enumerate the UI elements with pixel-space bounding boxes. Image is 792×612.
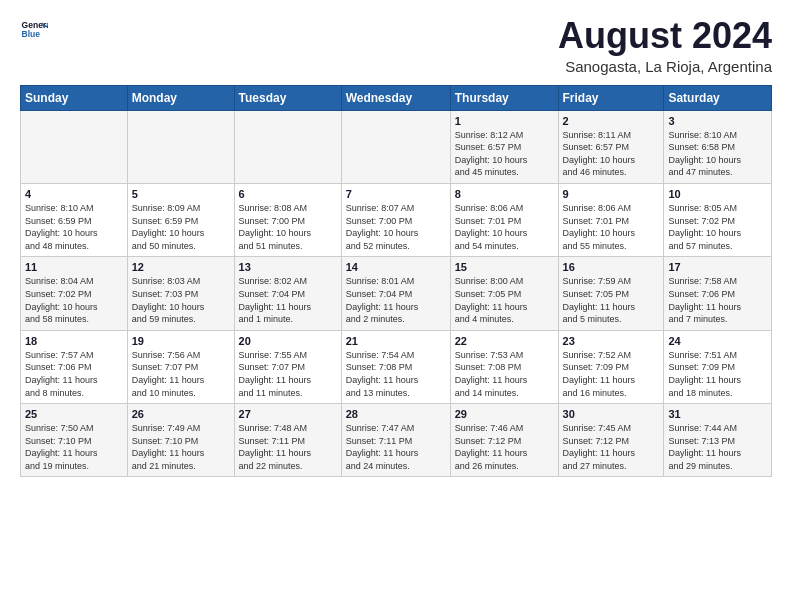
- day-info: Sunrise: 7:48 AM Sunset: 7:11 PM Dayligh…: [239, 422, 337, 472]
- table-row: 24Sunrise: 7:51 AM Sunset: 7:09 PM Dayli…: [664, 330, 772, 403]
- logo: General Blue: [20, 16, 48, 44]
- logo-icon: General Blue: [20, 16, 48, 44]
- day-number: 13: [239, 261, 337, 273]
- day-info: Sunrise: 8:01 AM Sunset: 7:04 PM Dayligh…: [346, 275, 446, 325]
- title-block: August 2024 Sanogasta, La Rioja, Argenti…: [558, 16, 772, 75]
- day-number: 24: [668, 335, 767, 347]
- table-row: 30Sunrise: 7:45 AM Sunset: 7:12 PM Dayli…: [558, 404, 664, 477]
- col-friday: Friday: [558, 85, 664, 110]
- table-row: 27Sunrise: 7:48 AM Sunset: 7:11 PM Dayli…: [234, 404, 341, 477]
- day-info: Sunrise: 8:08 AM Sunset: 7:00 PM Dayligh…: [239, 202, 337, 252]
- day-info: Sunrise: 8:02 AM Sunset: 7:04 PM Dayligh…: [239, 275, 337, 325]
- day-info: Sunrise: 7:56 AM Sunset: 7:07 PM Dayligh…: [132, 349, 230, 399]
- table-row: [21, 110, 128, 183]
- col-sunday: Sunday: [21, 85, 128, 110]
- day-number: 28: [346, 408, 446, 420]
- day-info: Sunrise: 7:46 AM Sunset: 7:12 PM Dayligh…: [455, 422, 554, 472]
- table-row: 15Sunrise: 8:00 AM Sunset: 7:05 PM Dayli…: [450, 257, 558, 330]
- day-info: Sunrise: 8:09 AM Sunset: 6:59 PM Dayligh…: [132, 202, 230, 252]
- day-info: Sunrise: 7:55 AM Sunset: 7:07 PM Dayligh…: [239, 349, 337, 399]
- day-info: Sunrise: 7:50 AM Sunset: 7:10 PM Dayligh…: [25, 422, 123, 472]
- table-row: 29Sunrise: 7:46 AM Sunset: 7:12 PM Dayli…: [450, 404, 558, 477]
- day-info: Sunrise: 7:59 AM Sunset: 7:05 PM Dayligh…: [563, 275, 660, 325]
- main-title: August 2024: [558, 16, 772, 56]
- calendar-week-1: 1Sunrise: 8:12 AM Sunset: 6:57 PM Daylig…: [21, 110, 772, 183]
- table-row: 2Sunrise: 8:11 AM Sunset: 6:57 PM Daylig…: [558, 110, 664, 183]
- day-info: Sunrise: 8:11 AM Sunset: 6:57 PM Dayligh…: [563, 129, 660, 179]
- table-row: [127, 110, 234, 183]
- subtitle: Sanogasta, La Rioja, Argentina: [558, 58, 772, 75]
- table-row: [234, 110, 341, 183]
- day-info: Sunrise: 8:06 AM Sunset: 7:01 PM Dayligh…: [563, 202, 660, 252]
- day-info: Sunrise: 7:54 AM Sunset: 7:08 PM Dayligh…: [346, 349, 446, 399]
- col-thursday: Thursday: [450, 85, 558, 110]
- day-info: Sunrise: 8:03 AM Sunset: 7:03 PM Dayligh…: [132, 275, 230, 325]
- table-row: 25Sunrise: 7:50 AM Sunset: 7:10 PM Dayli…: [21, 404, 128, 477]
- day-number: 17: [668, 261, 767, 273]
- day-info: Sunrise: 7:57 AM Sunset: 7:06 PM Dayligh…: [25, 349, 123, 399]
- table-row: 19Sunrise: 7:56 AM Sunset: 7:07 PM Dayli…: [127, 330, 234, 403]
- day-number: 16: [563, 261, 660, 273]
- col-saturday: Saturday: [664, 85, 772, 110]
- table-row: 17Sunrise: 7:58 AM Sunset: 7:06 PM Dayli…: [664, 257, 772, 330]
- header: General Blue August 2024 Sanogasta, La R…: [20, 16, 772, 75]
- day-info: Sunrise: 7:53 AM Sunset: 7:08 PM Dayligh…: [455, 349, 554, 399]
- svg-text:Blue: Blue: [22, 29, 41, 39]
- table-row: 4Sunrise: 8:10 AM Sunset: 6:59 PM Daylig…: [21, 183, 128, 256]
- day-number: 21: [346, 335, 446, 347]
- table-row: 26Sunrise: 7:49 AM Sunset: 7:10 PM Dayli…: [127, 404, 234, 477]
- day-number: 10: [668, 188, 767, 200]
- day-number: 9: [563, 188, 660, 200]
- day-number: 20: [239, 335, 337, 347]
- day-info: Sunrise: 8:10 AM Sunset: 6:58 PM Dayligh…: [668, 129, 767, 179]
- calendar-week-4: 18Sunrise: 7:57 AM Sunset: 7:06 PM Dayli…: [21, 330, 772, 403]
- table-row: 5Sunrise: 8:09 AM Sunset: 6:59 PM Daylig…: [127, 183, 234, 256]
- day-number: 3: [668, 115, 767, 127]
- day-number: 12: [132, 261, 230, 273]
- table-row: 12Sunrise: 8:03 AM Sunset: 7:03 PM Dayli…: [127, 257, 234, 330]
- table-row: [341, 110, 450, 183]
- day-number: 2: [563, 115, 660, 127]
- day-number: 7: [346, 188, 446, 200]
- table-row: 1Sunrise: 8:12 AM Sunset: 6:57 PM Daylig…: [450, 110, 558, 183]
- calendar-week-3: 11Sunrise: 8:04 AM Sunset: 7:02 PM Dayli…: [21, 257, 772, 330]
- table-row: 18Sunrise: 7:57 AM Sunset: 7:06 PM Dayli…: [21, 330, 128, 403]
- table-row: 10Sunrise: 8:05 AM Sunset: 7:02 PM Dayli…: [664, 183, 772, 256]
- day-number: 22: [455, 335, 554, 347]
- table-row: 13Sunrise: 8:02 AM Sunset: 7:04 PM Dayli…: [234, 257, 341, 330]
- day-number: 29: [455, 408, 554, 420]
- calendar-table: Sunday Monday Tuesday Wednesday Thursday…: [20, 85, 772, 478]
- day-info: Sunrise: 7:51 AM Sunset: 7:09 PM Dayligh…: [668, 349, 767, 399]
- day-info: Sunrise: 8:10 AM Sunset: 6:59 PM Dayligh…: [25, 202, 123, 252]
- day-info: Sunrise: 8:06 AM Sunset: 7:01 PM Dayligh…: [455, 202, 554, 252]
- day-number: 27: [239, 408, 337, 420]
- table-row: 7Sunrise: 8:07 AM Sunset: 7:00 PM Daylig…: [341, 183, 450, 256]
- day-number: 18: [25, 335, 123, 347]
- day-number: 23: [563, 335, 660, 347]
- table-row: 23Sunrise: 7:52 AM Sunset: 7:09 PM Dayli…: [558, 330, 664, 403]
- day-number: 15: [455, 261, 554, 273]
- day-number: 30: [563, 408, 660, 420]
- day-info: Sunrise: 8:00 AM Sunset: 7:05 PM Dayligh…: [455, 275, 554, 325]
- day-info: Sunrise: 8:07 AM Sunset: 7:00 PM Dayligh…: [346, 202, 446, 252]
- col-monday: Monday: [127, 85, 234, 110]
- calendar-header-row: Sunday Monday Tuesday Wednesday Thursday…: [21, 85, 772, 110]
- table-row: 31Sunrise: 7:44 AM Sunset: 7:13 PM Dayli…: [664, 404, 772, 477]
- day-number: 5: [132, 188, 230, 200]
- table-row: 3Sunrise: 8:10 AM Sunset: 6:58 PM Daylig…: [664, 110, 772, 183]
- day-info: Sunrise: 7:44 AM Sunset: 7:13 PM Dayligh…: [668, 422, 767, 472]
- table-row: 22Sunrise: 7:53 AM Sunset: 7:08 PM Dayli…: [450, 330, 558, 403]
- day-number: 8: [455, 188, 554, 200]
- calendar-week-2: 4Sunrise: 8:10 AM Sunset: 6:59 PM Daylig…: [21, 183, 772, 256]
- day-info: Sunrise: 7:47 AM Sunset: 7:11 PM Dayligh…: [346, 422, 446, 472]
- day-number: 11: [25, 261, 123, 273]
- col-tuesday: Tuesday: [234, 85, 341, 110]
- col-wednesday: Wednesday: [341, 85, 450, 110]
- day-number: 31: [668, 408, 767, 420]
- table-row: 6Sunrise: 8:08 AM Sunset: 7:00 PM Daylig…: [234, 183, 341, 256]
- table-row: 28Sunrise: 7:47 AM Sunset: 7:11 PM Dayli…: [341, 404, 450, 477]
- table-row: 9Sunrise: 8:06 AM Sunset: 7:01 PM Daylig…: [558, 183, 664, 256]
- table-row: 21Sunrise: 7:54 AM Sunset: 7:08 PM Dayli…: [341, 330, 450, 403]
- calendar-week-5: 25Sunrise: 7:50 AM Sunset: 7:10 PM Dayli…: [21, 404, 772, 477]
- table-row: 16Sunrise: 7:59 AM Sunset: 7:05 PM Dayli…: [558, 257, 664, 330]
